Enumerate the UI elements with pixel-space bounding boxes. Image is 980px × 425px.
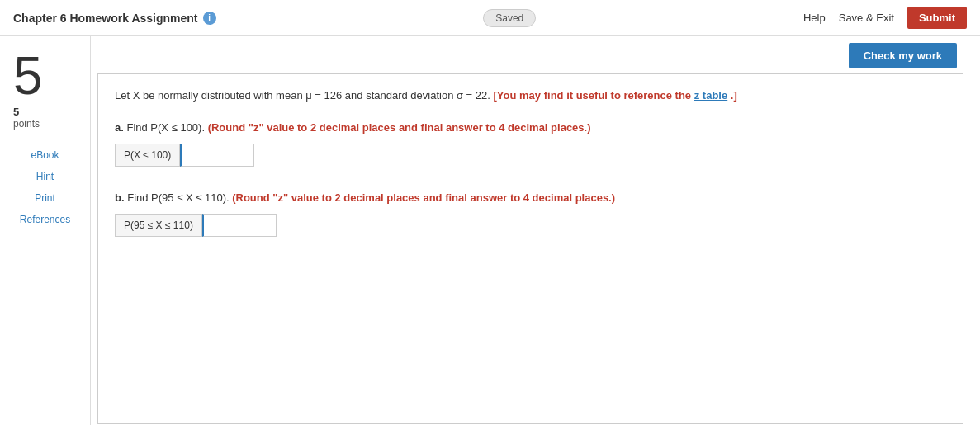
spacer: [115, 262, 946, 328]
title-text: Chapter 6 Homework Assignment: [13, 12, 198, 25]
part-b-answer-label: P(95 ≤ X ≤ 110): [115, 214, 202, 237]
header-actions: Help Save & Exit Submit: [803, 7, 967, 29]
part-a-answer-label: P(X ≤ 100): [115, 144, 180, 167]
z-table-link[interactable]: z table: [694, 89, 727, 102]
part-a-input[interactable]: [180, 144, 254, 167]
part-a-question-text: Find P(X ≤ 100).: [126, 121, 205, 134]
sidebar-links: eBook Hint Print References: [7, 146, 83, 229]
content-panel: Check my work Let X be normally distribu…: [91, 36, 980, 425]
save-exit-button[interactable]: Save & Exit: [839, 12, 894, 24]
hint-link[interactable]: Hint: [7, 168, 83, 186]
part-b-question-text: Find P(95 ≤ X ≤ 110).: [127, 191, 229, 204]
info-icon[interactable]: i: [203, 12, 216, 25]
question-content: Let X be normally distributed with mean …: [97, 73, 963, 424]
main-layout: 5 5 points eBook Hint Print References C…: [0, 36, 980, 425]
intro-text: Let X be normally distributed with mean …: [115, 87, 946, 105]
part-b-input[interactable]: [202, 214, 277, 237]
help-link[interactable]: Help: [803, 12, 826, 24]
question-number: 5: [7, 50, 43, 102]
part-b-instruction: (Round "z" value to 2 decimal places and…: [232, 191, 615, 204]
points-label: 5 points: [7, 106, 40, 130]
left-panel: 5 5 points eBook Hint Print References: [0, 36, 91, 425]
part-b-label: b.: [115, 191, 125, 204]
part-b-answer-row: P(95 ≤ X ≤ 110): [115, 214, 946, 237]
page-title: Chapter 6 Homework Assignment i: [13, 12, 216, 25]
submit-button[interactable]: Submit: [907, 7, 967, 29]
ebook-link[interactable]: eBook: [7, 146, 83, 164]
points-text: points: [13, 118, 40, 130]
intro-normal: Let X be normally distributed with mean …: [115, 89, 490, 102]
saved-badge: Saved: [483, 9, 536, 27]
check-btn-wrap: Check my work: [91, 36, 980, 73]
part-b-section: b. Find P(95 ≤ X ≤ 110). (Round "z" valu…: [115, 191, 946, 237]
part-b-question: b. Find P(95 ≤ X ≤ 110). (Round "z" valu…: [115, 191, 946, 204]
print-link[interactable]: Print: [7, 189, 83, 207]
intro-bold: [You may find it useful to reference the…: [494, 89, 737, 102]
check-my-work-button[interactable]: Check my work: [849, 43, 957, 68]
part-a-answer-row: P(X ≤ 100): [115, 144, 946, 167]
part-a-question: a. Find P(X ≤ 100). (Round "z" value to …: [115, 121, 946, 134]
part-a-instruction: (Round "z" value to 2 decimal places and…: [208, 121, 591, 134]
points-count: 5: [13, 106, 40, 118]
part-a-label: a.: [115, 121, 124, 134]
references-link[interactable]: References: [7, 210, 83, 229]
header: Chapter 6 Homework Assignment i Saved He…: [0, 0, 980, 36]
part-a-section: a. Find P(X ≤ 100). (Round "z" value to …: [115, 121, 946, 167]
